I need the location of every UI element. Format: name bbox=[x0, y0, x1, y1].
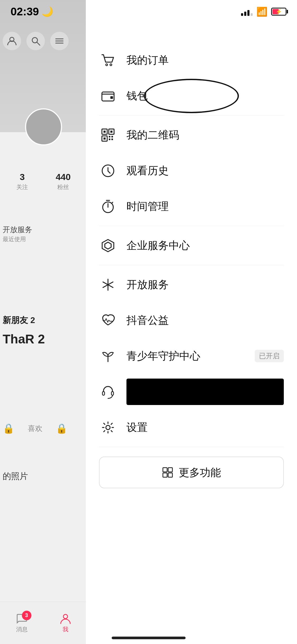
svg-point-7 bbox=[106, 64, 108, 66]
bg-search-icon bbox=[26, 32, 45, 50]
menu-item-settings[interactable]: 设置 bbox=[86, 410, 297, 445]
svg-rect-17 bbox=[109, 136, 110, 137]
menu-label-settings: 设置 bbox=[126, 420, 284, 435]
svg-rect-32 bbox=[168, 468, 172, 472]
bg-recent-label: 最近使用 bbox=[3, 235, 26, 243]
wifi-icon: 📶 bbox=[256, 6, 267, 17]
bg-nav-message: 3 消息 bbox=[16, 613, 28, 633]
svg-rect-18 bbox=[111, 136, 113, 137]
menu-label-enterprise: 企业服务中心 bbox=[126, 238, 284, 253]
menu-item-timemanage[interactable]: 时间管理 bbox=[86, 188, 297, 224]
bg-icon-row bbox=[3, 32, 69, 50]
support-redacted bbox=[126, 379, 284, 405]
menu-item-history[interactable]: 观看历史 bbox=[86, 153, 297, 188]
signal-bar-2 bbox=[244, 12, 246, 16]
home-indicator bbox=[112, 637, 186, 639]
menu-label-wallet: 钱包 bbox=[126, 89, 284, 103]
svg-marker-24 bbox=[105, 242, 111, 249]
divider-before-more bbox=[99, 447, 284, 447]
svg-rect-16 bbox=[103, 137, 106, 140]
bg-nav-message-icon: 3 bbox=[16, 613, 28, 624]
menu-list: 我的订单 钱包 bbox=[86, 42, 297, 644]
bg-open-service-label: 开放服务 bbox=[3, 225, 32, 235]
battery-bolt: ⚡ bbox=[276, 9, 282, 14]
svg-rect-10 bbox=[110, 96, 113, 99]
svg-rect-34 bbox=[168, 473, 172, 477]
svg-rect-19 bbox=[109, 139, 110, 140]
svg-point-30 bbox=[106, 425, 110, 430]
cart-icon bbox=[99, 51, 117, 69]
status-time: 02:39 🌙 bbox=[11, 5, 53, 18]
menu-label-timemanage: 时间管理 bbox=[126, 199, 284, 214]
moon-icon: 🌙 bbox=[41, 6, 53, 17]
menu-label-history: 观看历史 bbox=[126, 163, 284, 178]
signal-bar-1 bbox=[241, 13, 243, 16]
message-badge: 3 bbox=[22, 611, 31, 620]
wallet-icon bbox=[99, 87, 117, 105]
svg-rect-28 bbox=[102, 392, 105, 395]
menu-item-qrcode[interactable]: 我的二维码 bbox=[86, 117, 297, 153]
clock-icon bbox=[99, 162, 117, 180]
divider-after-time bbox=[99, 226, 284, 226]
asterisk-icon bbox=[99, 276, 117, 294]
svg-rect-29 bbox=[111, 392, 114, 395]
status-icons: 📶 ⚡ bbox=[241, 6, 286, 17]
status-bar: 02:39 🌙 📶 ⚡ bbox=[0, 0, 297, 23]
bg-stat-num-follow: 3 bbox=[20, 172, 25, 182]
signal-bar-3 bbox=[247, 10, 249, 16]
menu-item-order[interactable]: 我的订单 bbox=[86, 42, 297, 78]
divider-after-enterprise bbox=[99, 265, 284, 265]
bg-nav-message-label: 消息 bbox=[16, 625, 28, 633]
bg-menu-icon bbox=[50, 32, 69, 50]
svg-marker-23 bbox=[102, 240, 114, 252]
menu-label-charity: 抖音公益 bbox=[126, 313, 284, 328]
bg-stat-label-follow: 关注 bbox=[16, 183, 28, 191]
bg-nav-me-label: 我 bbox=[63, 625, 68, 633]
more-btn-label: 更多功能 bbox=[179, 465, 221, 480]
menu-item-openservice[interactable]: 开放服务 bbox=[86, 267, 297, 302]
menu-item-youth[interactable]: 青少年守护中心 已开启 bbox=[86, 338, 297, 374]
svg-rect-33 bbox=[163, 473, 167, 477]
bg-bottom-nav: 3 消息 我 bbox=[0, 602, 87, 644]
svg-rect-15 bbox=[110, 131, 112, 133]
signal-bar-4 bbox=[251, 13, 253, 16]
menu-label-order: 我的订单 bbox=[126, 53, 284, 67]
bg-photo-label: 的照片 bbox=[3, 471, 28, 482]
svg-line-2 bbox=[37, 42, 40, 45]
bg-stat-label-fans: 粉丝 bbox=[57, 183, 69, 191]
menu-label-youth: 青少年守护中心 bbox=[126, 349, 251, 363]
timer-icon bbox=[99, 197, 117, 215]
thar-label: ThaR 2 bbox=[0, 329, 48, 349]
bg-new-friends: 新朋友 2 bbox=[0, 312, 38, 329]
signal-icon bbox=[241, 7, 253, 16]
gear-icon bbox=[99, 418, 117, 436]
bg-avatar bbox=[25, 108, 62, 145]
background-profile: 3 关注 440 粉丝 开放服务 最近使用 新朋友 2 ThaR 2 🔒 喜欢 … bbox=[0, 0, 87, 644]
divider-after-wallet bbox=[99, 115, 284, 116]
more-features-button[interactable]: 更多功能 bbox=[99, 457, 284, 488]
menu-item-wallet[interactable]: 钱包 bbox=[86, 78, 297, 114]
svg-point-6 bbox=[63, 614, 68, 619]
menu-label-openservice: 开放服务 bbox=[126, 277, 284, 292]
grid-icon bbox=[162, 467, 173, 478]
menu-badge-youth: 已开启 bbox=[255, 350, 284, 362]
bg-lock-row: 🔒 喜欢 🔒 bbox=[3, 423, 68, 434]
menu-item-charity[interactable]: 抖音公益 bbox=[86, 302, 297, 338]
heart-pulse-icon bbox=[99, 311, 117, 329]
menu-label-qrcode: 我的二维码 bbox=[126, 128, 284, 142]
hexagon-icon bbox=[99, 237, 117, 255]
time-display: 02:39 bbox=[11, 5, 39, 18]
svg-point-8 bbox=[110, 64, 112, 66]
svg-rect-20 bbox=[111, 139, 113, 140]
qrcode-icon bbox=[99, 126, 117, 144]
more-btn-wrapper: 更多功能 bbox=[86, 449, 297, 504]
drawer-panel: 我的订单 钱包 bbox=[86, 0, 297, 644]
menu-item-support[interactable] bbox=[86, 374, 297, 410]
sprout-icon bbox=[99, 347, 117, 365]
bg-stats: 3 关注 440 粉丝 bbox=[0, 167, 87, 196]
menu-item-enterprise[interactable]: 企业服务中心 bbox=[86, 228, 297, 263]
battery-icon: ⚡ bbox=[271, 8, 286, 16]
svg-rect-14 bbox=[103, 131, 106, 133]
bg-stat-num-fans: 440 bbox=[56, 172, 71, 182]
bg-profile-icon bbox=[3, 32, 21, 50]
